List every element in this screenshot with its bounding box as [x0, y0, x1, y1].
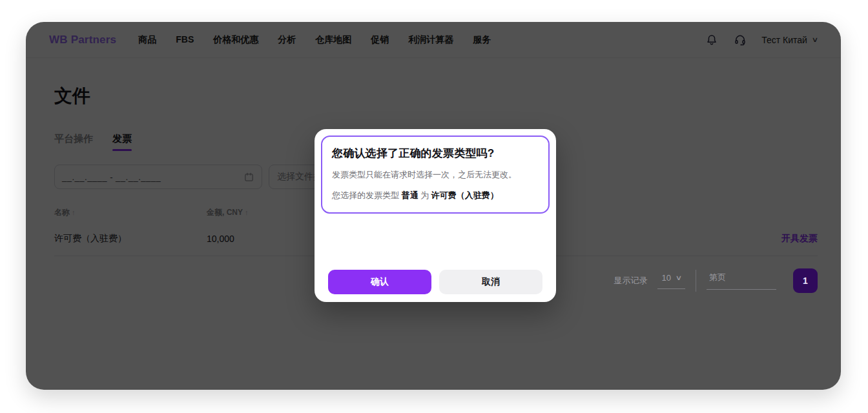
page-number-input[interactable]: 第页 [707, 272, 776, 290]
cancel-button[interactable]: 取消 [439, 270, 542, 294]
chevron-down-icon: ∨ [676, 274, 683, 282]
invoice-type-value: 普通 [402, 190, 418, 200]
modal-warning-text: 发票类型只能在请求时选择一次，之后无法更改。 [332, 168, 539, 181]
modal-actions: 确认 取消 [321, 270, 550, 294]
page-size-label: 显示记录 [614, 275, 647, 287]
app-window: WB Partners 商品 FBS 价格和优惠 分析 仓库地图 促销 利润计算… [26, 22, 841, 390]
confirm-button[interactable]: 确认 [328, 270, 431, 294]
page-size-select[interactable]: 10 ∨ [657, 273, 685, 289]
confirm-invoice-type-dialog: 您确认选择了正确的发票类型吗? 发票类型只能在请求时选择一次，之后无法更改。 您… [315, 129, 556, 302]
invoice-fee-value: 许可费（入驻费） [431, 190, 499, 200]
pagination-divider [696, 270, 696, 292]
current-page-button[interactable]: 1 [793, 268, 818, 293]
modal-notice-box: 您确认选择了正确的发票类型吗? 发票类型只能在请求时选择一次，之后无法更改。 您… [321, 136, 550, 214]
page-size-value: 10 [661, 273, 670, 283]
modal-title: 您确认选择了正确的发票类型吗? [332, 146, 539, 161]
modal-selection-text: 您选择的发票类型 普通 为 许可费（入驻费） [332, 189, 539, 202]
